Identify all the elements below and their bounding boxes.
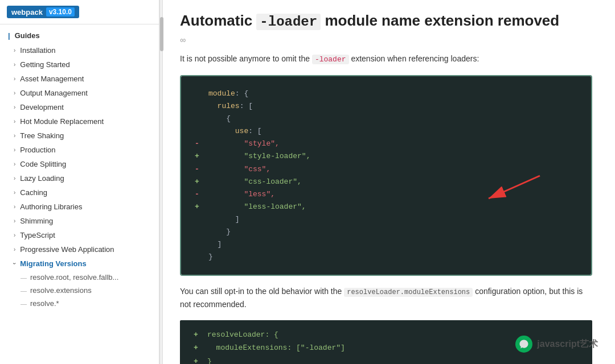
sidebar-item-hmr[interactable]: › Hot Module Replacement [0, 114, 159, 129]
body-code-inline: resolveLoader.moduleExtensions [344, 288, 473, 297]
anchor-link-icon[interactable]: ∞ [180, 35, 592, 44]
body-text-1: You can still opt-in to the old behavior… [180, 287, 342, 296]
sidebar-sub-item-resolve-extensions[interactable]: resolve.extensions [0, 284, 159, 297]
chevron-icon: › [14, 76, 15, 82]
sidebar-item-label: Production [20, 146, 55, 154]
code-line: } [195, 226, 577, 238]
sidebar-item-production[interactable]: › Production [0, 143, 159, 157]
sidebar-item-label: Tree Shaking [20, 131, 64, 140]
sidebar-item-output-management[interactable]: › Output Management [0, 86, 159, 100]
sidebar-item-authoring-libraries[interactable]: › Authoring Libraries [0, 200, 159, 214]
intro-suffix: extension when referencing loaders: [351, 54, 479, 63]
sidebar-item-label: Asset Management [20, 75, 84, 83]
sidebar-item-label: Progressive Web Application [20, 245, 114, 254]
sub-item-label: resolve.extensions [30, 286, 92, 295]
red-arrow-icon [477, 170, 546, 204]
red-arrow-container [477, 170, 546, 209]
sidebar-item-label: Lazy Loading [20, 174, 64, 183]
code-block-1: module: { rules: [ { use: [ - "style", [180, 75, 592, 276]
sidebar-item-development[interactable]: › Development [0, 100, 159, 114]
sidebar-item-label: Shimming [20, 217, 53, 225]
line-prefix [195, 213, 204, 226]
line-prefix: + [194, 355, 203, 364]
sidebar: webpack v3.10.0 | Guides › Installation … [0, 0, 159, 364]
line-prefix [195, 226, 204, 238]
sidebar-item-label: Authoring Libraries [20, 202, 82, 211]
sidebar-item-migrating-versions[interactable]: › Migrating Versions [0, 257, 159, 271]
sidebar-item-label: Hot Module Replacement [20, 117, 104, 126]
sidebar-guides-section[interactable]: | Guides [0, 28, 159, 43]
line-prefix [195, 251, 204, 263]
page-title: Automatic -loader module name extension … [180, 11, 592, 31]
sidebar-item-label: Development [20, 103, 64, 111]
sidebar-item-tree-shaking[interactable]: › Tree Shaking [0, 129, 159, 143]
title-suffix: module name extension removed [325, 12, 559, 29]
sidebar-item-label: Code Splitting [20, 160, 66, 168]
chevron-icon: › [14, 175, 15, 181]
sidebar-sub-item-resolve-root[interactable]: resolve.root, resolve.fallb... [0, 271, 159, 284]
chevron-icon: › [14, 47, 15, 53]
chevron-icon: › [14, 218, 15, 224]
title-code: -loader [256, 14, 321, 30]
sub-item-label: resolve.root, resolve.fallb... [30, 273, 118, 282]
sidebar-sub-item-resolve-star[interactable]: resolve.* [0, 297, 159, 310]
sidebar-item-label: TypeScript [20, 231, 55, 239]
sidebar-item-code-splitting[interactable]: › Code Splitting [0, 157, 159, 171]
line-prefix [195, 113, 204, 125]
scroll-divider [159, 0, 163, 364]
code-line: - "style", [195, 138, 577, 150]
intro-paragraph: It is not possible anymore to omit the -… [180, 52, 592, 66]
line-prefix: - [195, 138, 204, 150]
line-prefix [195, 88, 204, 100]
code-line: use: [ [195, 125, 577, 138]
intro-text: It is not possible anymore to omit the [180, 54, 310, 63]
chevron-down-icon: › [11, 263, 18, 264]
code-line: rules: [ [195, 100, 577, 113]
chevron-icon: › [14, 133, 15, 139]
chevron-icon: › [14, 161, 15, 167]
sidebar-item-shimming[interactable]: › Shimming [0, 214, 159, 228]
line-prefix: - [195, 188, 204, 201]
wechat-icon [515, 336, 532, 353]
scroll-handle[interactable] [160, 17, 163, 51]
sidebar-item-caching[interactable]: › Caching [0, 185, 159, 200]
sidebar-item-label: Migrating Versions [20, 259, 86, 268]
line-prefix: + [195, 176, 204, 188]
sidebar-item-installation[interactable]: › Installation [0, 43, 159, 57]
line-prefix: + [194, 341, 203, 354]
intro-code: -loader [312, 55, 349, 64]
version-badge: v3.10.0 [46, 7, 75, 16]
sidebar-item-label: Output Management [20, 89, 88, 97]
line-prefix: + [195, 150, 204, 163]
sidebar-item-typescript[interactable]: › TypeScript [0, 228, 159, 242]
guides-label: Guides [15, 31, 40, 40]
chevron-icon: › [14, 61, 15, 68]
code-line: ] [195, 238, 577, 251]
sub-item-label: resolve.* [30, 299, 59, 308]
chevron-icon: › [14, 104, 15, 110]
code-line: + "style-loader", [195, 150, 577, 163]
chevron-icon: › [14, 204, 15, 210]
chevron-icon: › [14, 246, 15, 253]
chevron-icon: › [14, 232, 15, 238]
watermark: javascript艺术 [515, 336, 598, 353]
sidebar-item-lazy-loading[interactable]: › Lazy Loading [0, 171, 159, 185]
line-prefix [195, 125, 204, 138]
code-line: ] [195, 213, 577, 226]
sidebar-item-getting-started[interactable]: › Getting Started [0, 57, 159, 72]
sidebar-item-label: Caching [20, 188, 47, 197]
chevron-icon: › [14, 118, 15, 125]
code-line: module: { [195, 88, 577, 100]
line-prefix: + [194, 328, 203, 341]
line-prefix [195, 100, 204, 113]
svg-line-1 [489, 176, 540, 198]
code-line: } [195, 251, 577, 263]
sidebar-item-pwa[interactable]: › Progressive Web Application [0, 242, 159, 257]
chevron-icon: › [14, 189, 15, 196]
sidebar-header: webpack v3.10.0 [0, 0, 159, 24]
webpack-label: webpack [11, 8, 43, 16]
line-prefix: - [195, 163, 204, 176]
code-content-1: module: { rules: [ { use: [ - "style", [181, 76, 591, 275]
code-line: { [195, 113, 577, 125]
sidebar-item-asset-management[interactable]: › Asset Management [0, 72, 159, 86]
